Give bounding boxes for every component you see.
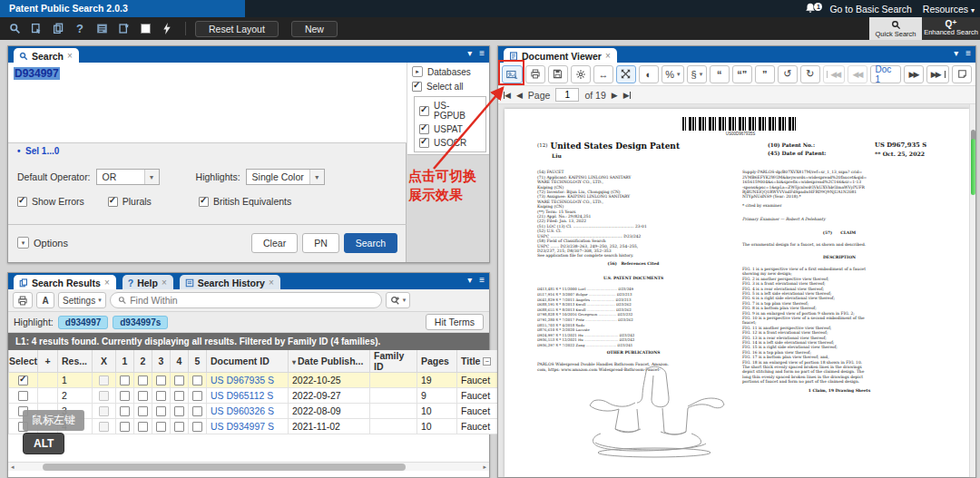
panel-menu-icon[interactable]: ≡ [479,48,485,58]
close-icon[interactable]: × [605,51,611,61]
fit-width-button[interactable]: ↔ [593,65,613,83]
document-id-link[interactable]: US D965112 S [211,390,273,401]
col-pages[interactable]: Pages [417,350,457,373]
db-uspat-checkbox[interactable]: USPAT [419,124,481,134]
col-x[interactable]: X [93,350,116,373]
resources-menu[interactable]: Resources ▾ [923,4,975,15]
enhanced-search-button[interactable]: Q⁺ Enhanced Search [922,17,980,40]
row-tag-checkbox[interactable] [156,391,166,401]
first-page-button[interactable]: ◀ [504,91,511,100]
default-operator-select[interactable]: OR▾ [96,169,160,185]
next-page-button[interactable]: ▶ [612,91,618,100]
save-button[interactable] [548,65,568,83]
row-tag-checkbox[interactable] [120,376,130,385]
print-button[interactable] [13,292,33,308]
rotate-right-button[interactable]: ↻ [800,65,820,83]
document-display-area[interactable]: US00D967935S (12) United States Design P… [498,104,975,477]
help-icon[interactable]: ? [71,21,89,36]
col-date-published[interactable]: ▾Date Publish... [289,350,370,373]
new-button[interactable]: New [291,21,338,37]
highlight-chip-1[interactable]: d934997 [58,316,108,329]
row-tag-checkbox[interactable] [138,406,148,416]
row-tag-checkbox[interactable] [174,376,184,385]
col-document-id[interactable]: Document ID [207,350,289,373]
collapse-panel-icon[interactable]: ▾ [467,275,472,285]
go-to-basic-search-link[interactable]: Go to Basic Search [829,4,911,15]
find-within-input[interactable] [130,295,373,306]
databases-expander[interactable]: ▸ Databases [412,66,485,77]
row-tag-checkbox[interactable] [192,376,202,385]
blank-panel-icon[interactable] [136,21,154,36]
tab-search-history[interactable]: Search History × [180,275,280,289]
col-3[interactable]: 3 [152,350,171,373]
close-icon[interactable]: × [269,278,274,288]
options-toggle[interactable]: ▾ Options [17,237,68,249]
plurals-checkbox[interactable]: Plurals [108,196,152,207]
collapse-panel-icon[interactable]: ▾ [954,48,958,58]
show-errors-checkbox[interactable]: Show Errors [17,196,84,207]
row-tag-checkbox[interactable] [138,422,148,432]
prev-hit-button[interactable]: “ [710,65,730,83]
tab-help[interactable]: ? Help × [122,275,173,289]
tab-search[interactable]: Search × [14,48,79,63]
row-select-checkbox[interactable] [18,376,28,385]
col-plus[interactable]: + [38,350,58,373]
query-editor[interactable]: D934997 [8,63,407,143]
row-x-checkbox[interactable] [99,391,109,401]
clear-button[interactable]: Clear [251,233,298,253]
row-tag-checkbox[interactable] [192,391,202,401]
british-equivalents-checkbox[interactable]: British Equivalents [199,196,291,207]
select-all-checkbox[interactable]: Select all [412,82,485,92]
scroll-right-icon[interactable]: ▸ [480,463,489,472]
col-1[interactable]: 1 [116,350,134,373]
pn-button[interactable]: PN [302,233,339,253]
row-tag-checkbox[interactable] [192,406,202,416]
all-hits-button[interactable]: “” [732,65,752,83]
expand-view-button[interactable] [616,65,636,83]
row-x-checkbox[interactable] [99,406,109,416]
close-icon[interactable]: × [67,51,73,61]
previous-document-button[interactable]: ◀◀ [848,65,867,83]
document-id-link[interactable]: US D960326 S [211,405,274,416]
new-document-icon[interactable] [114,21,132,36]
search-tool-icon[interactable] [5,21,24,36]
rotate-left-button[interactable]: ↺ [778,65,798,83]
row-tag-checkbox[interactable] [138,391,148,401]
settings-gear-button[interactable] [571,65,591,83]
copy-query-icon[interactable] [27,21,45,36]
table-row[interactable]: 3 US D960326 S 2022-08-09 10 Faucet [9,404,517,419]
horizontal-scrollbar[interactable]: ◂ ▸ [8,462,489,471]
next-document-button[interactable]: ▶▶ [904,65,924,83]
table-row[interactable]: 2 US D965112 S 2022-09-27 9 Faucet [9,388,517,404]
collapse-panel-icon[interactable]: ▾ [467,48,472,58]
scrollbar-thumb[interactable] [43,463,406,471]
document-id-link[interactable]: US D967935 S [211,375,274,385]
last-document-button[interactable]: ▶▶ [926,65,949,83]
selection-counter[interactable]: • Sel 1...0 [8,143,407,160]
col-2[interactable]: 2 [134,350,152,373]
panel-menu-icon[interactable]: ≡ [965,48,971,58]
db-us-pgpub-checkbox[interactable]: US-PGPUB [419,101,481,121]
row-tag-checkbox[interactable] [120,422,130,432]
row-tag-checkbox[interactable] [174,391,184,401]
col-result[interactable]: Res... [58,350,93,373]
row-tag-checkbox[interactable] [174,422,184,432]
close-icon[interactable]: × [104,278,110,288]
settings-dropdown[interactable]: Settings▾ [58,292,106,308]
font-size-button[interactable]: A [36,292,54,308]
document-id-link[interactable]: US D934997 S [211,421,274,432]
vertical-scrollbar[interactable] [969,104,975,477]
search-button[interactable]: Search [344,233,397,253]
search-highlight-button[interactable]: ▾ [386,292,411,308]
print-button[interactable] [525,65,545,83]
row-x-checkbox[interactable] [99,422,109,432]
row-tag-checkbox[interactable] [120,391,130,401]
row-select-checkbox[interactable] [18,391,28,401]
previous-page-button[interactable]: ◀ [516,91,523,100]
row-tag-checkbox[interactable] [156,406,166,416]
row-tag-checkbox[interactable] [192,422,202,432]
row-tag-checkbox[interactable] [138,376,148,385]
page-number-input[interactable] [555,88,579,102]
col-5[interactable]: 5 [189,350,207,373]
contrast-button[interactable]: ◐ [639,65,659,83]
